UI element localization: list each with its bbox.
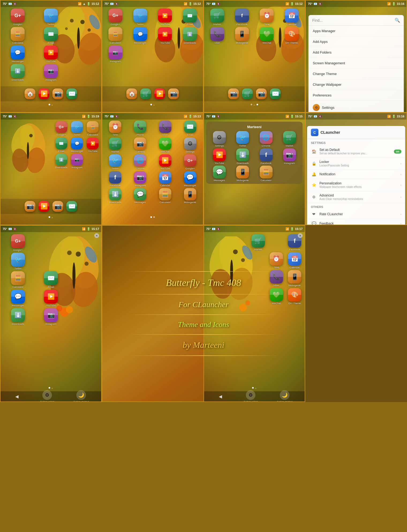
folder-chrome-7[interactable]: 🌐Chrome — [255, 131, 277, 147]
app-diytheme-3[interactable]: 🎨 DIY Theme — [280, 27, 303, 44]
app-twitter-1[interactable]: 🐦 Twitter — [35, 9, 67, 26]
app-instagram-6[interactable]: 📷Instagram — [128, 171, 152, 187]
app-youtube-6[interactable]: ▶️YouTube — [153, 154, 177, 170]
menu-change-theme[interactable]: Change Theme — [308, 69, 404, 79]
app-downloads-2[interactable]: ⬇️ Downloads — [178, 27, 202, 44]
folder-facebook-7[interactable]: fFacebook — [255, 148, 277, 165]
app-calculator-1[interactable]: 🧮 Calculator — [2, 27, 34, 44]
dock-5-1[interactable]: 📷 — [25, 201, 35, 212]
app-calculator-9[interactable]: 🧮 Calculator — [2, 271, 34, 288]
menu-apps-manager[interactable]: Apps Manager — [308, 26, 404, 36]
app-youtube-2b[interactable]: ▶️ YouTube — [153, 27, 177, 44]
app-twitter-2[interactable]: 🐦 Twitter — [129, 9, 152, 26]
menu-add-apps[interactable]: Add Apps — [308, 36, 404, 47]
nav-widget-settings-10[interactable]: ⚙ System widget — [244, 390, 258, 402]
app-youtube-5[interactable]: ▶️ YouTube — [85, 137, 100, 152]
folder-twitter-7[interactable]: 🐦Twitter — [232, 131, 254, 147]
app-facebook-6[interactable]: fFacebook — [103, 171, 127, 187]
dock-5-4[interactable]: ✉️ — [66, 201, 77, 212]
app-youtube-1[interactable]: ▶️ YouTube — [35, 46, 67, 63]
app-mobogenie-3[interactable]: 📱 Mobogenie — [230, 27, 254, 44]
nav-back-10[interactable]: ◀ — [216, 392, 224, 400]
app-downloads-1[interactable]: ⬇️ Downloads — [2, 64, 34, 81]
app-youtube-2[interactable]: ▶️ YouTube — [153, 9, 177, 26]
app-email-6[interactable]: ✉️Email — [178, 121, 202, 136]
app-viber-10[interactable]: 📞 Viber — [268, 270, 285, 287]
app-calculator-6[interactable]: 🧮Calculator — [153, 188, 177, 204]
dock-3-3[interactable]: 📷 — [256, 88, 267, 99]
app-wechat-10[interactable]: 💚 WeChat — [268, 288, 285, 305]
search-icon-4[interactable]: 🔍 — [395, 18, 400, 23]
app-calendar-6[interactable]: 📅Calendar — [153, 171, 177, 187]
dock-icon-2[interactable]: ▶️ — [39, 88, 49, 99]
app-twitter-5[interactable]: 🐦 Twitter — [70, 121, 84, 136]
app-market-10[interactable]: 🛒 Market — [250, 234, 266, 251]
app-youtube-9[interactable]: ▶️ YouTube — [35, 290, 67, 307]
folder-youtube-7[interactable]: ▶️YouTube — [208, 148, 230, 165]
nav-back-9[interactable]: ◀ — [13, 392, 21, 400]
app-time-10[interactable]: ⏰ Time — [268, 252, 285, 269]
app-email-5[interactable]: ✉️ Email — [54, 137, 69, 152]
dock-3-4[interactable]: ✉️ — [270, 88, 281, 99]
dock-2-1[interactable]: 🏠 — [126, 88, 137, 99]
nav-widget-shortcut-9[interactable]: 🌙 System shortcut — [74, 390, 89, 402]
settings-row-rate-8[interactable]: ❤ Rate CLauncher › — [307, 210, 405, 219]
folder-messages-7[interactable]: 💬Messages — [208, 166, 230, 182]
settings-row-default-8[interactable]: 🏠 Set as Default Set as default launcher… — [307, 146, 405, 158]
nav-widget-settings-9[interactable]: ⚙ System widget — [40, 390, 54, 402]
app-messenger-5[interactable]: 💬 Messenger — [70, 137, 84, 152]
app-viber-3[interactable]: 📞 Viber — [205, 27, 229, 44]
dock-5-2[interactable]: ▶️ — [39, 201, 49, 212]
toggle-default-8[interactable]: on — [394, 150, 401, 154]
settings-row-notification-8[interactable]: 🔔 Notification › — [307, 170, 405, 179]
app-messenger-9[interactable]: 💬 Messenger — [2, 290, 34, 307]
app-email-1[interactable]: ✉️ Email — [35, 27, 67, 44]
settings-row-feedback-8[interactable]: 💬 Feedback › — [307, 219, 405, 225]
dock-2-2[interactable]: 🛒 — [140, 88, 151, 99]
app-calculator-2[interactable]: 🧮 Calculator — [104, 27, 127, 44]
menu-change-wallpaper[interactable]: Change Wallpaper — [308, 79, 404, 90]
app-downloads-9[interactable]: ⬇️ Downloads — [2, 308, 34, 325]
folder-settings-7[interactable]: ⚙Settings — [208, 131, 230, 147]
app-calendar-3[interactable]: 📅 Calendar — [280, 9, 303, 26]
dock-2-3[interactable]: ▶️ — [154, 88, 165, 99]
app-camera-6[interactable]: 📷Camera — [128, 137, 152, 153]
app-time-6[interactable]: ⏰Time — [103, 121, 127, 136]
folder-calculator-7[interactable]: 🧮Calculator — [255, 166, 277, 182]
app-time-3[interactable]: ⏰ Time — [255, 9, 279, 26]
app-email-9[interactable]: ✉️ Email — [35, 271, 67, 288]
folder-market-7[interactable]: 🛒Market — [278, 131, 300, 147]
app-viber-6[interactable]: 📞Viber — [153, 121, 177, 136]
app-calc-5[interactable]: 🧮 Calculator — [85, 121, 100, 136]
app-googleplus-2[interactable]: G+ Google+ — [104, 9, 127, 26]
app-chrome-6[interactable]: 🌐Chrome — [128, 154, 152, 170]
app-messenger-1[interactable]: 💬 Messenger — [2, 46, 34, 63]
app-email-2[interactable]: ✉️ Email — [178, 9, 202, 26]
app-wechat-3[interactable]: 💚 WeChat — [255, 27, 279, 44]
app-instagram-2[interactable]: 📷 Instagram — [104, 46, 127, 63]
folder-instagram-7[interactable]: 📷Instagram — [278, 148, 300, 165]
dock-3-1[interactable]: 📷 — [228, 88, 239, 99]
app-googleplus-5[interactable]: G+ Google+ — [54, 121, 69, 136]
app-instagram-9[interactable]: 📷 Instagram — [35, 308, 67, 325]
app-facebook-3[interactable]: f Facebook — [230, 9, 254, 26]
menu-settings[interactable]: ⚙ Settings — [308, 101, 404, 113]
settings-row-advanced-8[interactable]: ⚙ Advanced Auto Clear memory/top reminda… — [307, 191, 405, 203]
folder-mobogenie-7[interactable]: 📱Mobogenie — [232, 166, 254, 182]
menu-add-folders[interactable]: Add Folders — [308, 47, 404, 58]
app-googleplus-1[interactable]: G+ Google+ — [2, 9, 34, 26]
close-btn-9[interactable]: ✕ — [94, 233, 99, 238]
app-messenger-6[interactable]: 💬Messenger — [178, 171, 202, 187]
app-downloads-6[interactable]: ⬇️Downloads — [103, 188, 127, 204]
app-messages-6[interactable]: 💬Messages — [128, 188, 152, 204]
app-downloads-5[interactable]: ⬇️ Downloads — [54, 154, 69, 169]
close-btn-10[interactable]: ✕ — [298, 233, 303, 238]
folder-downloads-7[interactable]: ⬇️Downloads — [232, 148, 254, 165]
settings-row-personalization-8[interactable]: ⭐ Personalization Wallpaper blur/screen … — [307, 179, 405, 191]
menu-preferences[interactable]: Preferences — [308, 90, 404, 101]
nav-widget-shortcut-10[interactable]: 🌙 System shortcut — [277, 390, 292, 402]
app-calendar-10[interactable]: 📅 Calendar — [286, 252, 303, 269]
app-diytheme-10[interactable]: 🎨 DIY Theme — [286, 288, 303, 305]
dock-icon-4[interactable]: ✉️ — [66, 88, 77, 99]
dock-icon-1[interactable]: 🏠 — [25, 88, 35, 99]
